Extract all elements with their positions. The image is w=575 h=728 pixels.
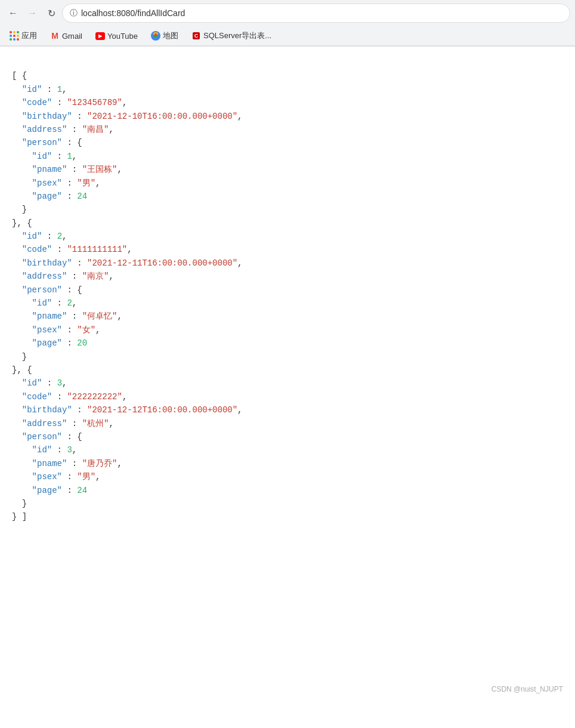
watermark: CSDN @nuist_NJUPT <box>491 685 563 693</box>
gmail-icon: M <box>50 31 60 41</box>
bookmark-csdn[interactable]: C SQLServer导出表... <box>187 29 276 43</box>
csdn-label: SQLServer导出表... <box>203 30 271 41</box>
bookmark-maps[interactable]: 地图 <box>146 29 183 43</box>
lock-icon: ⓘ <box>70 8 78 18</box>
page-content: [ { "id" : 1, "code" : "123456789", "bir… <box>0 47 575 703</box>
bookmark-gmail[interactable]: M Gmail <box>45 29 87 42</box>
youtube-label: YouTube <box>107 32 138 41</box>
apps-label: 应用 <box>21 30 37 41</box>
apps-grid-icon <box>10 31 19 41</box>
bookmark-youtube[interactable]: YouTube <box>91 29 143 42</box>
forward-button[interactable]: → <box>24 5 41 21</box>
bookmarks-bar: 应用 M Gmail YouTube 地图 <box>0 26 575 46</box>
nav-bar: ← → ↻ ⓘ localhost:8080/findAllIdCard <box>0 0 575 26</box>
csdn-icon: C <box>191 31 201 41</box>
address-bar[interactable]: ⓘ localhost:8080/findAllIdCard <box>62 4 570 23</box>
json-display: [ { "id" : 1, "code" : "123456789", "bir… <box>12 56 563 537</box>
maps-label: 地图 <box>163 30 178 41</box>
reload-button[interactable]: ↻ <box>43 5 60 21</box>
gmail-label: Gmail <box>62 32 82 41</box>
url-text: localhost:8080/findAllIdCard <box>81 8 185 18</box>
browser-chrome: ← → ↻ ⓘ localhost:8080/findAllIdCard <box>0 0 575 47</box>
youtube-icon <box>95 31 105 41</box>
bookmark-apps[interactable]: 应用 <box>5 29 42 43</box>
back-button[interactable]: ← <box>5 5 21 21</box>
svg-point-1 <box>154 33 157 36</box>
maps-icon <box>151 31 160 41</box>
